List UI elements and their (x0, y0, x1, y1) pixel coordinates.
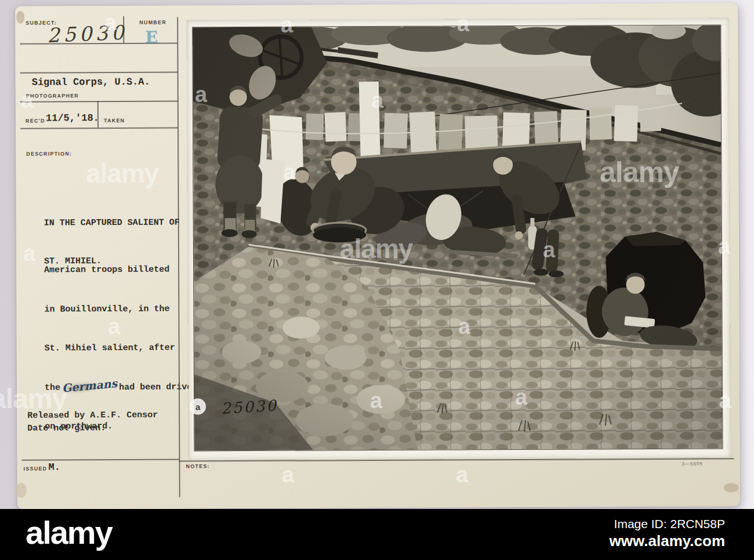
card-corner-chip (16, 483, 27, 498)
description-body-line1: American troops billeted (44, 263, 189, 277)
divider-recd-taken (97, 101, 99, 128)
line4-typed-pre: the (45, 383, 60, 392)
alamy-logo: alamy (26, 514, 112, 551)
rule-2 (20, 71, 178, 73)
card-stain (724, 483, 739, 492)
sepia-tint (193, 25, 722, 450)
signal-corps-photo-card: SUBJECT: 25030 NUMBER E Signal Corps, U.… (15, 3, 740, 509)
description-label: DESCRIPTION: (26, 151, 72, 157)
description-body-line2: in Bouillonville, in the (44, 303, 189, 317)
stock-photo-page: SUBJECT: 25030 NUMBER E Signal Corps, U.… (0, 0, 754, 560)
received-label: REC'D (26, 118, 45, 123)
issued-value: M. (49, 461, 60, 472)
description-body-line3: St. Mihiel salient, after (45, 341, 190, 355)
photo-scene (192, 24, 723, 451)
taken-label: TAKEN (104, 118, 125, 123)
photograph-print: a 25030 (187, 18, 730, 460)
handwritten-germans: Germans (61, 379, 117, 392)
received-value: 11/5,'18. (46, 112, 99, 123)
photo-caption-number: 25030 (220, 397, 278, 417)
released-line2: Date not given. (27, 422, 158, 435)
line4-typed-post: had been driven (119, 382, 197, 392)
card-corner-wear (16, 11, 24, 24)
rule-4 (20, 127, 178, 129)
photographer-value: Signal Corps, U.S.A. (32, 77, 150, 88)
rule-5 (22, 459, 180, 460)
print-code: 3—5605 (682, 461, 703, 467)
description-body-line4: theGermanshad been driven (45, 381, 190, 395)
issued-label: ISSUED (24, 466, 48, 471)
rule-3 (20, 100, 178, 102)
number-stamp: E (145, 28, 157, 47)
notes-label: NOTES: (186, 463, 210, 469)
image-id-text: Image ID: 2RCN58P (614, 517, 725, 531)
description-heading-line1: IN THE CAPTURED SALIENT OF (44, 216, 180, 230)
divider-subject-number (123, 16, 124, 43)
alamy-round-stamp-watermark: a (190, 398, 206, 414)
number-label: NUMBER (139, 20, 166, 26)
alamy-website-text: www.alamy.com (610, 532, 725, 550)
alamy-footer-bar: alamy Image ID: 2RCN58P www.alamy.com (0, 509, 754, 560)
released-text: Released by A.E.F. Censor Date not given… (27, 409, 158, 435)
photographer-label: PHOTOGRAPHER (26, 93, 79, 99)
released-line1: Released by A.E.F. Censor (27, 409, 158, 423)
